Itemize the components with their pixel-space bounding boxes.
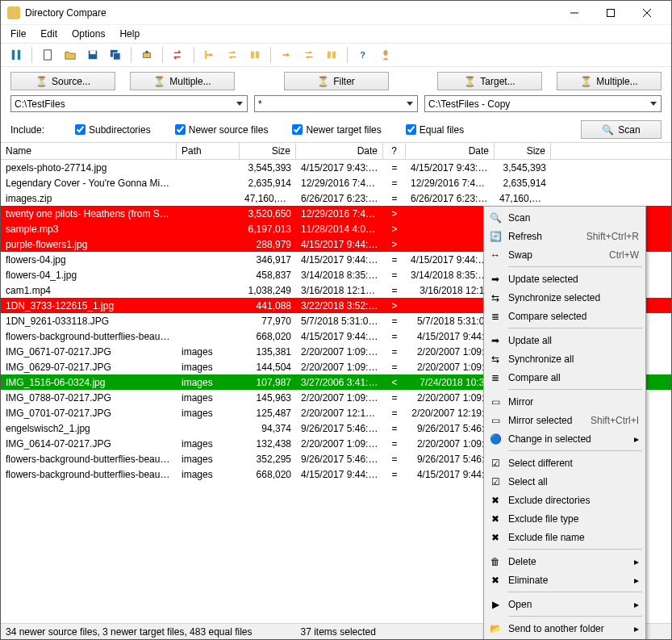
menu-item-exclude-file-type[interactable]: ✖Exclude file type <box>486 509 644 528</box>
about-icon[interactable] <box>377 46 394 64</box>
svg-point-19 <box>383 50 387 56</box>
filter-button[interactable]: ⏳Filter <box>284 72 389 90</box>
magnify-icon: 🔍 <box>602 124 614 136</box>
menu-options[interactable]: Options <box>65 26 111 42</box>
target-path-combo[interactable]: C:\TestFiles - Copy <box>424 95 662 112</box>
path-row: C:\TestFiles * C:\TestFiles - Copy <box>1 95 671 117</box>
menu-item-update-selected[interactable]: ➡Update selected <box>486 270 644 288</box>
swap-icon: ↔ <box>489 249 502 261</box>
col-date[interactable]: Date <box>296 143 383 159</box>
menu-edit[interactable]: Edit <box>34 26 64 42</box>
include-label: Include: <box>10 124 51 136</box>
menu-item-mirror[interactable]: ▭Mirror <box>486 392 644 411</box>
compare-all-icon[interactable] <box>323 46 340 64</box>
eliminate-icon: ✖ <box>489 574 502 587</box>
open-icon: ▶ <box>489 598 502 611</box>
menu-item-open[interactable]: ▶Open▸ <box>486 595 644 613</box>
excl-dir-icon: ✖ <box>489 494 502 507</box>
save-all-icon[interactable] <box>106 46 124 64</box>
button-row: ⏳Source... ⏳Multiple... ⏳Filter ⏳Target.… <box>1 67 671 95</box>
window-title: Directory Compare <box>25 7 556 19</box>
scan-button[interactable]: 🔍Scan <box>581 120 662 139</box>
sync-all-icon[interactable] <box>300 46 318 64</box>
minimize-button[interactable] <box>556 1 592 25</box>
menu-item-select-different[interactable]: ☑Select different <box>486 454 644 472</box>
col-size[interactable]: Size <box>240 143 296 159</box>
new-icon[interactable] <box>39 46 56 64</box>
col-name[interactable]: Name <box>1 143 177 159</box>
target-button[interactable]: ⏳Target... <box>437 72 542 90</box>
menu-item-synchronize-all[interactable]: ⇆Synchronize all <box>486 349 644 368</box>
svg-rect-17 <box>332 52 336 59</box>
svg-rect-8 <box>90 51 96 54</box>
maximize-button[interactable] <box>592 1 628 25</box>
menu-item-change-in-selected[interactable]: 🔵Change in selected▸ <box>486 429 644 448</box>
save-icon[interactable] <box>84 46 102 64</box>
svg-point-12 <box>145 51 148 54</box>
svg-rect-16 <box>328 52 331 59</box>
table-row[interactable]: Legendary Cover - You're Gonna Miss Me .… <box>1 175 671 190</box>
menu-item-swap[interactable]: ↔SwapCtrl+W <box>486 245 644 264</box>
svg-text:?: ? <box>361 50 365 60</box>
excl-type-icon: ✖ <box>489 512 502 525</box>
select-icon: ☑ <box>489 457 502 470</box>
menu-item-delete[interactable]: 🗑Delete▸ <box>486 552 644 571</box>
update-icon: ➡ <box>489 334 502 347</box>
menu-item-eliminate[interactable]: ✖Eliminate▸ <box>486 571 644 589</box>
filter-glyph-icon: ⏳ <box>464 76 476 87</box>
menu-item-compare-all[interactable]: ≣Compare all <box>486 368 644 387</box>
multiple-source-button[interactable]: ⏳Multiple... <box>130 72 235 90</box>
table-row[interactable]: pexels-photo-27714.jpg3,545,3934/15/2017… <box>1 160 671 175</box>
menu-item-synchronize-selected[interactable]: ⇆Synchronize selected <box>486 288 644 307</box>
svg-rect-14 <box>251 52 254 59</box>
menu-item-scan[interactable]: 🔍Scan <box>486 208 644 227</box>
compare-sel-icon[interactable] <box>246 46 264 64</box>
status-selection: 37 items selected <box>301 626 376 638</box>
newer-source-checkbox[interactable]: Newer source files <box>175 124 269 136</box>
menu-item-mirror-selected[interactable]: ▭Mirror selectedShift+Ctrl+I <box>486 411 644 429</box>
mirror-icon: ▭ <box>489 395 502 408</box>
titlebar: Directory Compare <box>1 1 671 25</box>
col-size2[interactable]: Size <box>495 143 551 159</box>
newer-target-checkbox[interactable]: Newer target files <box>292 124 381 136</box>
svg-rect-1 <box>607 9 614 16</box>
table-row[interactable]: images.zip47,160,2666/26/2017 6:23:45 ..… <box>1 190 671 206</box>
menu-item-compare-selected[interactable]: ≣Compare selected <box>486 307 644 325</box>
help-icon[interactable]: ? <box>354 46 372 64</box>
update-all-icon[interactable] <box>278 46 295 64</box>
col-path[interactable]: Path <box>177 143 240 159</box>
options-icon[interactable] <box>138 46 156 64</box>
menu-item-refresh[interactable]: 🔄RefreshShift+Ctrl+R <box>486 227 644 245</box>
menu-file[interactable]: File <box>4 26 32 42</box>
close-button[interactable] <box>628 1 665 25</box>
filter-glyph-icon: ⏳ <box>580 76 592 87</box>
menu-item-exclude-directories[interactable]: ✖Exclude directories <box>486 491 644 509</box>
menu-help[interactable]: Help <box>113 26 146 42</box>
sync-icon: ⇆ <box>489 353 502 366</box>
sync-icon: ⇆ <box>489 291 502 304</box>
source-button[interactable]: ⏳Source... <box>10 72 115 90</box>
subdirs-checkbox[interactable]: Subdirectories <box>75 124 151 136</box>
excl-name-icon: ✖ <box>489 531 502 544</box>
scan-icon[interactable] <box>7 46 25 64</box>
source-path-combo[interactable]: C:\TestFiles <box>10 95 248 112</box>
menu-item-update-all[interactable]: ➡Update all <box>486 331 644 349</box>
sync-sel-icon[interactable] <box>223 46 241 64</box>
col-compare[interactable]: ? <box>383 143 406 159</box>
filter-combo[interactable]: * <box>254 95 418 112</box>
equal-files-checkbox[interactable]: Equal files <box>406 124 464 136</box>
update-sel-icon[interactable] <box>201 46 219 64</box>
svg-rect-11 <box>144 52 151 57</box>
refresh-icon: 🔄 <box>489 230 502 243</box>
compare-icon: ≣ <box>489 310 502 323</box>
status-summary: 34 newer source files, 3 newer target fi… <box>6 626 253 638</box>
menu-item-select-all[interactable]: ☑Select all <box>486 472 644 491</box>
swap-icon[interactable] <box>169 46 187 64</box>
magnify-icon: 🔍 <box>489 211 502 224</box>
menu-item-exclude-file-name[interactable]: ✖Exclude file name <box>486 528 644 546</box>
col-date2[interactable]: Date <box>406 143 495 159</box>
open-icon[interactable] <box>61 46 79 64</box>
menubar: FileEditOptionsHelp <box>1 25 671 43</box>
menu-item-send-to-another-folder[interactable]: 📂Send to another folder▸ <box>486 619 644 638</box>
multiple-target-button[interactable]: ⏳Multiple... <box>557 72 662 90</box>
